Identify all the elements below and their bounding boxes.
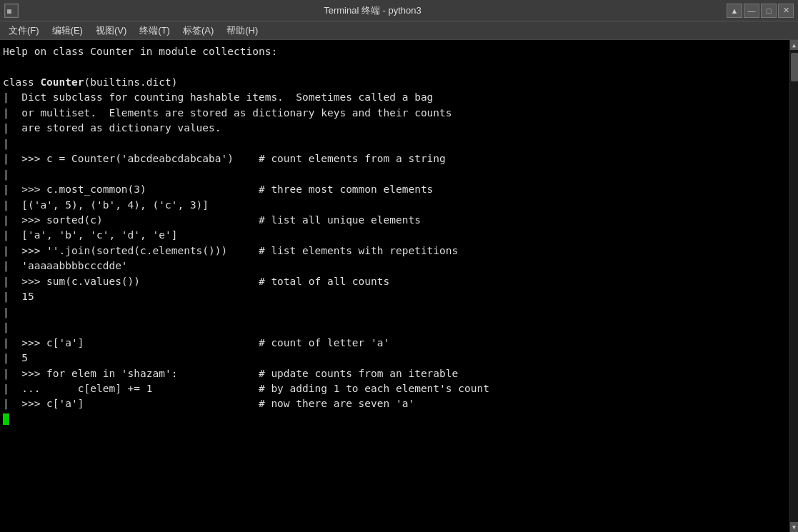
scrollbar-thumb[interactable]: [791, 53, 798, 81]
menu-view[interactable]: 视图(V): [90, 23, 132, 39]
menu-help[interactable]: 帮助(H): [221, 23, 264, 39]
scrollbar[interactable]: ▲ ▼: [789, 40, 798, 532]
svg-text:■: ■: [7, 7, 11, 15]
terminal-output[interactable]: Help on class Counter in module collecti…: [0, 40, 789, 532]
menu-terminal[interactable]: 终端(T): [134, 23, 176, 39]
minimize-button[interactable]: —: [744, 4, 759, 18]
title-bar-controls: ▲ — □ ✕: [727, 4, 794, 18]
window-title: Terminal 终端 - python3: [19, 4, 727, 17]
title-bar: ■ Terminal 终端 - python3 ▲ — □ ✕: [0, 0, 798, 21]
terminal-wrapper: Help on class Counter in module collecti…: [0, 40, 798, 532]
maximize-button[interactable]: □: [761, 4, 777, 18]
menu-edit[interactable]: 编辑(E): [46, 23, 89, 39]
close-button[interactable]: ✕: [778, 4, 794, 18]
scroll-up-button[interactable]: ▲: [790, 40, 799, 50]
restore-button[interactable]: ▲: [727, 4, 742, 18]
menu-file[interactable]: 文件(F): [3, 23, 45, 39]
terminal-icon: ■: [4, 4, 19, 18]
scroll-down-button[interactable]: ▼: [790, 522, 799, 532]
menu-tabs[interactable]: 标签(A): [177, 23, 219, 39]
scrollbar-track[interactable]: [790, 50, 798, 522]
cursor: [3, 413, 9, 425]
title-bar-left: ■: [4, 4, 19, 18]
menu-bar: 文件(F) 编辑(E) 视图(V) 终端(T) 标签(A) 帮助(H): [0, 21, 798, 40]
